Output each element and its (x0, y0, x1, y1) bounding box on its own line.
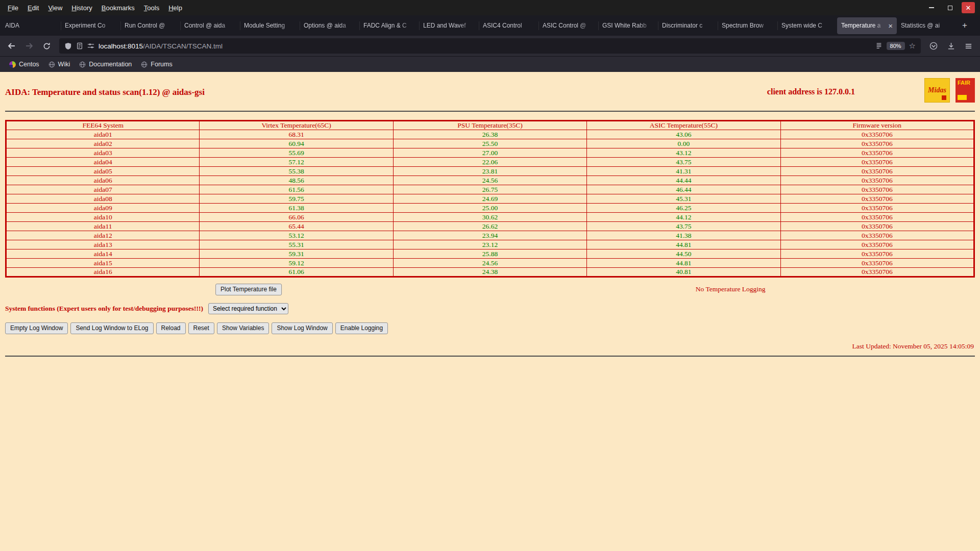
firmware-version: 0x3350706 (780, 259, 974, 268)
tab-run-control[interactable]: Run Control @ (120, 17, 180, 34)
virtex-temperature: 57.12 (200, 158, 393, 167)
minimize-icon (929, 7, 934, 8)
tab-spectrum-brow[interactable]: Spectrum Brow (718, 17, 777, 34)
tab-experiment-co[interactable]: Experiment Co (61, 17, 120, 34)
firmware-version: 0x3350706 (780, 268, 974, 277)
tab-statistics-ai[interactable]: Statistics @ ai (897, 17, 957, 34)
maximize-button[interactable] (943, 2, 957, 13)
bookmark-wiki[interactable]: Wiki (44, 59, 75, 70)
url-text[interactable]: localhost:8015/AIDA/TSCAN/TSCAN.tml (99, 42, 871, 50)
asic-temperature: 43.75 (587, 158, 780, 167)
tab-label: Run Control @ (125, 22, 176, 29)
button-enable-logging[interactable]: Enable Logging (335, 322, 388, 334)
menu-file[interactable]: File (3, 2, 23, 14)
system-functions-label: System functions (Expert users only for … (5, 305, 203, 313)
page-content: FEE64 SystemVirtex Temperature(65C)PSU T… (0, 120, 980, 350)
tab-fadc-align-c[interactable]: FADC Align & C (359, 17, 419, 34)
tab-system-wide-c[interactable]: System wide C (777, 17, 837, 34)
bookmark-documentation[interactable]: Documentation (75, 59, 136, 70)
psu-temperature: 26.38 (393, 130, 586, 139)
button-reset[interactable]: Reset (188, 322, 214, 334)
table-row: aida1066.0630.6244.120x3350706 (6, 213, 974, 222)
tab-control-aida[interactable]: Control @ aida (180, 17, 240, 34)
tab-close-icon[interactable]: × (888, 22, 893, 30)
fee64-name: aida14 (6, 249, 200, 259)
permissions-icon[interactable] (87, 42, 94, 49)
asic-temperature: 41.31 (587, 167, 780, 176)
zoom-indicator[interactable]: 80% (887, 42, 905, 50)
close-button[interactable]: ✕ (962, 2, 975, 13)
tab-asic4-control[interactable]: ASIC4 Control (479, 17, 538, 34)
column-header: Firmware version (780, 121, 974, 130)
menu-edit[interactable]: Edit (23, 2, 43, 14)
column-header: FEE64 System (6, 121, 200, 130)
downloads-icon[interactable] (943, 39, 959, 53)
under-table-row: Plot Temperature file No Temperature Log… (5, 284, 975, 296)
bookmark-forums[interactable]: Forums (137, 59, 176, 70)
menu-help[interactable]: Help (164, 2, 187, 14)
back-button[interactable] (4, 39, 19, 53)
psu-temperature: 25.50 (393, 139, 586, 148)
button-send-log-window-to-elog[interactable]: Send Log Window to ELog (70, 322, 153, 334)
menu-bar: FileEditViewHistoryBookmarksToolsHelp ✕ (0, 0, 980, 15)
maximize-icon (948, 6, 952, 10)
firmware-version: 0x3350706 (780, 249, 974, 259)
tab-label: Module Setting (244, 22, 296, 29)
column-header: Virtex Temperature(65C) (200, 121, 393, 130)
button-empty-log-window[interactable]: Empty Log Window (5, 322, 68, 334)
asic-temperature: 46.44 (587, 185, 780, 194)
centos-icon (9, 61, 16, 68)
table-row: aida1559.1224.5644.810x3350706 (6, 259, 974, 268)
menu-history[interactable]: History (67, 2, 96, 14)
button-show-log-window[interactable]: Show Log Window (272, 322, 332, 334)
psu-temperature: 23.81 (393, 167, 586, 176)
fee64-name: aida02 (6, 139, 200, 148)
asic-temperature: 44.81 (587, 259, 780, 268)
virtex-temperature: 65.44 (200, 222, 393, 231)
asic-temperature: 0.00 (587, 139, 780, 148)
forward-button[interactable] (21, 39, 37, 53)
fee64-name: aida11 (6, 222, 200, 231)
menu-bookmarks[interactable]: Bookmarks (97, 2, 139, 14)
reader-mode-icon[interactable] (875, 42, 883, 49)
tab-label: Options @ aida (304, 22, 355, 29)
shield-icon[interactable] (64, 42, 72, 50)
tab-module-setting[interactable]: Module Setting (240, 17, 300, 34)
tab-temperature-a[interactable]: Temperature a× (837, 17, 897, 34)
minimize-button[interactable] (925, 2, 938, 13)
bookmark-centos[interactable]: Centos (5, 59, 43, 70)
reload-button[interactable] (39, 39, 54, 53)
firmware-version: 0x3350706 (780, 130, 974, 139)
tab-label: AIDA (5, 22, 57, 29)
tab-label: GSI White Rabb (602, 22, 654, 29)
button-show-variables[interactable]: Show Variables (217, 322, 270, 334)
plot-temperature-button[interactable]: Plot Temperature file (215, 284, 282, 295)
pocket-icon[interactable] (926, 39, 941, 53)
tab-led-and-wavef[interactable]: LED and Wavef (419, 17, 479, 34)
button-reload[interactable]: Reload (156, 322, 186, 334)
fee64-name: aida09 (6, 204, 200, 213)
virtex-temperature: 53.12 (200, 231, 393, 240)
menu-view[interactable]: View (43, 2, 67, 14)
tab-label: LED and Wavef (423, 22, 475, 29)
logging-status: No Temperature Logging (696, 285, 766, 293)
bookmark-label: Centos (19, 61, 39, 68)
tab-aida[interactable]: AIDA (1, 17, 61, 34)
fee64-name: aida04 (6, 158, 200, 167)
menu-tools[interactable]: Tools (139, 2, 164, 14)
divider-top (5, 111, 975, 112)
page-info-icon[interactable] (76, 42, 83, 49)
url-bar[interactable]: localhost:8015/AIDA/TSCAN/TSCAN.tml 80% … (59, 38, 921, 54)
new-tab-button[interactable]: + (957, 17, 973, 34)
divider-bottom (5, 356, 975, 357)
function-select[interactable]: Select required function (208, 303, 288, 314)
tab-options-aida[interactable]: Options @ aida (300, 17, 359, 34)
tab-gsi-white-rabb[interactable]: GSI White Rabb (598, 17, 658, 34)
last-updated: Last Updated: November 05, 2025 14:05:09 (5, 342, 975, 350)
tab-asic-control[interactable]: ASIC Control @ (538, 17, 598, 34)
tab-discriminator-c[interactable]: Discriminator c (658, 17, 718, 34)
menu-hamburger-icon[interactable] (961, 39, 976, 53)
column-header: PSU Temperature(35C) (393, 121, 586, 130)
table-row: aida0961.3825.0046.250x3350706 (6, 204, 974, 213)
bookmark-star-icon[interactable]: ☆ (909, 41, 916, 51)
